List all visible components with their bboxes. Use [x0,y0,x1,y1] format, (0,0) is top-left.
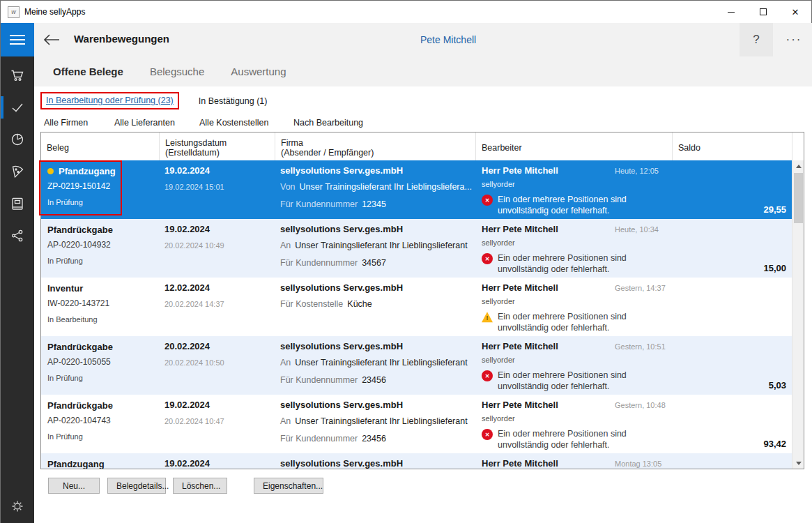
details-button[interactable]: Belegdetails... [107,478,166,494]
arrow-down-icon [796,462,802,465]
table-row[interactable]: Pfandzugang ZP-0219-150142 In Prüfung 19… [41,160,792,219]
app-logo-icon: w [8,6,20,18]
title-bar: w Meine sellyApps ✕ [1,1,811,23]
cell-firma: sellysolutions Serv.ges.mbH AnUnser Trai… [275,219,475,278]
column-header-leistungsdatum: Leistungsdatum (Erstelldatum) [159,132,275,160]
sidebar-item-pizza[interactable] [1,156,34,188]
error-icon [482,429,493,440]
documents-table: Beleg Leistungsdatum (Erstelldatum) Firm… [40,132,804,469]
cell-beleg: Pfandrückgabe AP-0220-104743 In Prüfung [41,395,159,453]
scrollbar-thumb[interactable] [794,173,803,223]
warning-icon [482,312,493,323]
source-app: sellyorder [482,297,672,305]
back-button[interactable] [43,32,62,47]
action-button-row: Neu... Belegdetails... Löschen... Eigens… [34,478,812,499]
reference-line: Für Kundennummer34567 [280,257,475,268]
table-row[interactable]: Inventur IW-0220-143721 In Bearbeitung 1… [41,278,792,336]
properties-button[interactable]: Eigenschaften... [254,478,323,494]
table-row[interactable]: Pfandrückgabe AP-0220-105055 In Prüfung … [41,336,792,395]
saldo-value: 5,03 [769,380,786,391]
alert-text: Ein oder mehrere Positionen sind unvolls… [498,311,659,333]
cell-firma: sellysolutions Serv.ges.mbH AnUnser Trai… [275,395,475,453]
alert-message: Ein oder mehrere Positionen sind unvolls… [482,252,672,275]
filter-nach-bearbeitung[interactable]: Nach Bearbeitung [293,118,363,128]
edit-timestamp: Heute, 10:34 [615,225,659,234]
table-row[interactable]: Pfandrückgabe AP-0220-104743 In Prüfung … [41,395,792,453]
sidebar-item-cart[interactable] [1,59,34,91]
cell-firma: sellysolutions Serv.ges.mbH Für Kostenst… [275,278,475,336]
reference-line: Für Kundennummer23456 [280,433,475,444]
close-button[interactable]: ✕ [779,1,811,23]
tab-offene-belege[interactable]: Offene Belege [53,66,123,77]
service-date: 19.02.2024 [164,458,275,469]
document-type: Pfandzugang [59,166,116,176]
service-date: 19.02.2024 [164,224,275,235]
user-name[interactable]: Pete Mitchell [420,34,476,45]
table-row[interactable]: Pfandrückgabe AP-0220-104932 In Prüfung … [41,219,792,278]
direction-label: An [280,416,291,426]
document-type: Pfandrückgabe [47,400,113,411]
pizza-slice-icon [10,164,25,179]
column-header-firma: Firma (Absender / Empfänger) [275,132,475,160]
cell-leistungsdatum: 19.02.2024 19.02.2024 15:01 [159,160,275,219]
created-date: 19.02.2024 15:01 [164,183,275,191]
cell-saldo: 29,55 [672,160,792,219]
filter-alle-kostenstellen[interactable]: Alle Kostenstellen [199,118,268,128]
cell-beleg: Pfandrückgabe AP-0220-105055 In Prüfung [41,336,159,395]
alert-message: Ein oder mehrere Positionen sind unvolls… [482,370,672,392]
status-tab-in-bestaetigung[interactable]: In Bestätigung (1) [199,96,268,106]
created-date: 20.02.2024 10:49 [164,241,275,250]
reference-value: 12345 [362,199,386,209]
scroll-down-button[interactable] [792,457,804,469]
more-button[interactable]: ··· [777,23,811,56]
window-controls: ✕ [715,1,811,23]
document-status: In Prüfung [47,257,159,265]
close-icon: ✕ [792,7,799,17]
sidebar-item-auswertung[interactable] [1,123,34,156]
menu-button[interactable] [1,23,34,56]
reference-label: Für Kundennummer [280,258,358,268]
tab-belegsuche[interactable]: Belegsuche [150,66,204,77]
scroll-up-button[interactable] [792,160,804,172]
delete-button[interactable]: Löschen... [173,478,227,494]
sidebar-nav [1,59,34,252]
document-status: In Prüfung [47,432,159,441]
cell-beleg: Pfandzugang ZP-0219-150142 In Prüfung [41,160,159,219]
status-dot-icon [47,168,54,174]
tab-auswertung[interactable]: Auswertung [231,66,286,77]
filter-alle-lieferanten[interactable]: Alle Lieferanten [114,118,175,128]
document-type: Pfandzugang [47,459,105,469]
status-tab-in-bearbeitung[interactable]: In Bearbeitung oder Prüfung (23) [40,92,179,109]
maximize-button[interactable] [747,1,779,23]
source-app: sellyorder [482,356,672,364]
partner-name: Unser Trainingslieferant Ihr Lieblingsli… [295,358,467,367]
app-window: w Meine sellyApps ✕ [0,0,812,523]
minimize-button[interactable] [715,1,747,23]
help-button[interactable]: ? [740,23,773,56]
direction-label: An [280,358,291,367]
sidebar-item-share[interactable] [1,220,34,252]
cell-bearbeiter: Herr Pete Mitchell Montag 13:05 [475,453,672,469]
filter-alle-firmen[interactable]: Alle Firmen [44,118,88,128]
ellipsis-icon: ··· [786,33,802,47]
alert-text: Ein oder mehrere Positionen sind unvolls… [498,428,659,450]
status-filter-tabs: In Bearbeitung oder Prüfung (23) In Best… [40,92,267,109]
document-status: In Prüfung [47,374,159,382]
sidebar-item-handbook[interactable] [1,188,34,220]
sidebar-item-belege[interactable] [1,91,34,123]
tab-bar: Offene Belege Belegsuche Auswertung [34,56,812,86]
vertical-scrollbar[interactable] [792,160,804,469]
cell-saldo [672,278,792,336]
new-button[interactable]: Neu... [48,478,100,494]
document-status: In Bearbeitung [47,315,159,324]
cell-leistungsdatum: 19.02.2024 20.02.2024 10:47 [159,395,275,453]
sidebar-item-settings[interactable] [1,490,34,522]
table-row[interactable]: Pfandzugang 19.02.2024 sellysolutions Se… [41,453,792,469]
company-name: sellysolutions Serv.ges.mbH [280,165,475,176]
reference-value: 34567 [362,258,386,268]
arrow-up-icon [796,165,802,168]
content-area: In Bearbeitung oder Prüfung (23) In Best… [34,86,812,523]
cell-beleg: Pfandzugang [41,453,159,469]
service-date: 20.02.2024 [164,341,275,352]
reference-line: Für Kundennummer12345 [280,199,475,210]
